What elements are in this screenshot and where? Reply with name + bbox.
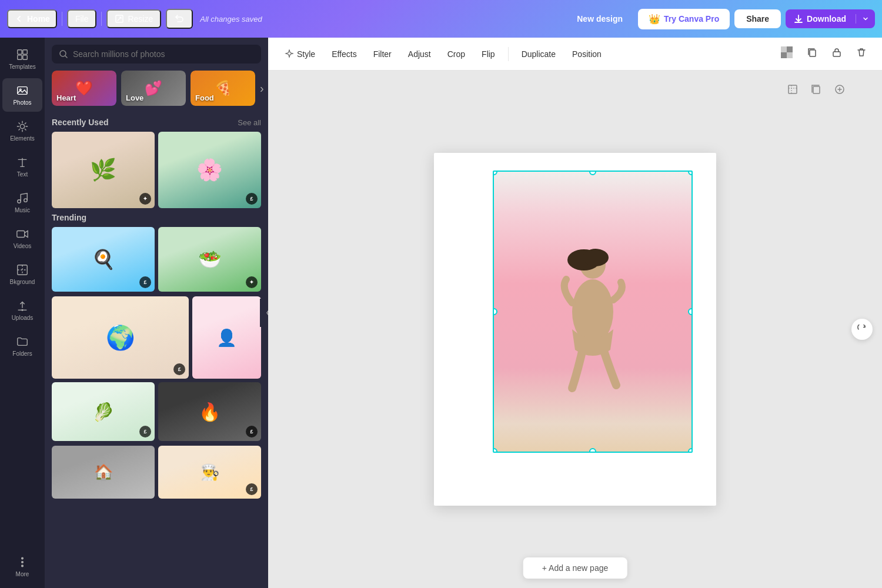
transparency-icon [781,46,793,58]
flip-button[interactable]: Flip [475,45,502,63]
new-design-button[interactable]: New design [566,9,633,28]
adjust-button[interactable]: Adjust [401,45,438,63]
download-main[interactable]: Download [786,14,856,24]
handle-bottom-right[interactable] [688,448,693,453]
svg-point-15 [22,565,24,567]
sidebar-item-elements[interactable]: Elements [2,114,42,148]
search-bar [52,45,261,64]
category-chips-row: ❤️ Heart 💕 Love 🍕 Food › [45,71,268,113]
svg-rect-5 [18,87,28,95]
sidebar-item-more[interactable]: More [2,550,42,583]
refresh-view-button[interactable] [851,319,873,340]
recently-used-grid: 🌿 ✦ 🌸 £ [52,132,261,208]
handle-mid-right[interactable] [688,308,693,315]
nav-divider-2 [101,12,102,26]
heart-chip-label: Heart [56,93,76,102]
search-input[interactable] [73,49,254,59]
top-navbar: Home File Resize All changes saved New d… [0,0,882,38]
sidebar-item-photos[interactable]: Photos [2,78,42,112]
download-icon [794,14,803,24]
svg-rect-18 [787,46,793,52]
photo-card-cooking[interactable]: 🥬 £ [52,382,155,441]
duplicate-page-button[interactable] [807,80,826,99]
trending-row-1: 🍳 £ 🥗 ✦ [52,227,261,292]
category-chip-heart[interactable]: ❤️ Heart [52,71,116,106]
home-button[interactable]: Home [7,9,57,28]
background-icon [16,263,29,276]
caret-down-icon [862,15,869,22]
love-chip-label: Love [126,93,143,102]
badge-fireplace: £ [246,426,258,437]
badge-chef: £ [246,483,258,495]
svg-rect-19 [781,52,787,58]
home-label: Home [27,14,50,24]
sidebar-icons: Templates Photos Elements Text [0,38,45,588]
photo-card-picnic[interactable]: 🥗 ✦ [158,227,261,292]
category-more-button[interactable]: › [260,82,264,95]
sidebar-item-uploads[interactable]: Uploads [2,293,42,327]
svg-point-7 [20,124,24,128]
photo-card-flowers[interactable]: 🌸 £ [158,132,261,208]
resize-button[interactable]: Resize [106,9,161,28]
sidebar-item-text[interactable]: Text [2,150,42,183]
badge-flowers: £ [246,193,258,205]
effects-button[interactable]: Effects [325,45,364,63]
see-all-recent[interactable]: See all [238,118,261,127]
position-button[interactable]: Position [565,45,609,63]
add-page-icon [834,83,846,95]
handle-bottom-mid[interactable] [589,448,596,453]
add-page-button[interactable]: + Add a new page [523,557,627,579]
svg-rect-24 [813,86,820,93]
expand-frame-button[interactable] [783,80,802,99]
badge-picnic: ✦ [246,276,258,288]
badge-palm: ✦ [139,193,151,205]
category-chip-love[interactable]: 💕 Love [121,71,186,106]
toolbar: Style Effects Filter Adjust Crop Flip Du… [268,38,882,71]
photo-card-earth[interactable]: 🌍 £ [52,296,189,379]
try-pro-button[interactable]: 👑 Try Canva Pro [638,9,730,29]
image-frame[interactable]: ↻ [493,171,693,453]
file-button[interactable]: File [67,9,97,28]
search-icon [59,49,68,59]
download-button-group[interactable]: Download [786,9,875,28]
style-button[interactable]: Style [278,45,322,63]
checkerboard-button[interactable] [775,42,799,65]
filter-button[interactable]: Filter [366,45,399,63]
photo-card-chef[interactable]: 👨‍🍳 £ [158,446,261,499]
photo-card-girl-shadow[interactable]: 👤 [192,296,261,379]
svg-point-12 [22,309,23,310]
svg-point-29 [583,249,609,266]
lock-button[interactable] [826,43,848,65]
copy-button[interactable] [801,43,823,65]
sidebar-item-music[interactable]: Music [2,186,42,219]
duplicate-button[interactable]: Duplicate [514,45,563,63]
photo-card-palm[interactable]: 🌿 ✦ [52,132,155,208]
panel-scroll: Recently Used See all 🌿 ✦ 🌸 £ Trending [45,113,268,588]
add-page-top-button[interactable] [830,80,849,99]
photo-card-grid[interactable]: 🏠 [52,446,155,499]
sidebar-item-background[interactable]: Bkground [2,258,42,291]
download-caret-button[interactable] [856,15,875,22]
hide-panel-button[interactable] [260,299,268,327]
sidebar-item-templates[interactable]: Templates [2,42,42,76]
category-chip-food[interactable]: 🍕 Food [191,71,255,106]
delete-button[interactable] [850,43,873,65]
undo-button[interactable] [166,9,193,29]
svg-rect-10 [17,231,25,238]
svg-point-9 [24,199,28,202]
photos-icon [16,84,29,97]
photo-card-kitchen[interactable]: 🍳 £ [52,227,155,292]
canvas-top-controls [783,80,849,99]
music-icon [16,192,29,205]
uploads-icon [16,299,29,312]
main-area: Templates Photos Elements Text [0,38,882,588]
svg-rect-2 [23,50,27,54]
photo-card-fireplace[interactable]: 🔥 £ [158,382,261,441]
lock-icon [831,47,842,58]
share-button[interactable]: Share [734,9,781,28]
crop-button[interactable]: Crop [440,45,472,63]
trending-row-4: 🏠 👨‍🍳 £ [52,446,261,499]
svg-rect-23 [789,85,797,93]
sidebar-item-folders[interactable]: Folders [2,329,42,363]
sidebar-item-videos[interactable]: Videos [2,222,42,255]
